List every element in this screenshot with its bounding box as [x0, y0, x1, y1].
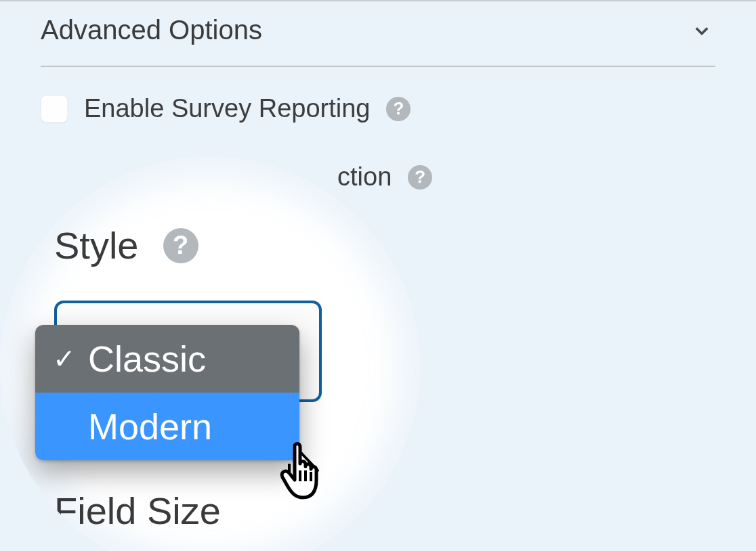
field-size-label: Field Size [54, 489, 221, 533]
divider [41, 66, 715, 67]
advanced-options-panel: Advanced Options Enable Survey Reporting… [0, 0, 756, 551]
style-label: Style [54, 223, 139, 267]
help-icon[interactable]: ? [386, 97, 411, 121]
style-option-modern[interactable]: ✓ Modern [35, 393, 299, 460]
style-option-label: Classic [88, 338, 206, 380]
style-field-label-row: Style ? [54, 223, 198, 267]
style-option-classic[interactable]: ✓ Classic [35, 325, 299, 393]
section-title: Advanced Options [41, 15, 262, 45]
help-icon[interactable]: ? [163, 228, 198, 263]
zoom-lens: Style ? ✓ Classic ✓ Modern Field Size [0, 157, 420, 551]
check-icon: ✓ [53, 343, 76, 374]
chevron-down-icon[interactable] [688, 17, 715, 44]
section-header[interactable]: Advanced Options [0, 1, 756, 66]
style-dropdown: ✓ Classic ✓ Modern [35, 325, 299, 460]
survey-reporting-checkbox[interactable] [41, 95, 68, 123]
survey-reporting-row: Enable Survey Reporting ? [0, 94, 756, 123]
survey-reporting-label: Enable Survey Reporting [84, 94, 370, 123]
style-option-label: Modern [88, 405, 212, 447]
